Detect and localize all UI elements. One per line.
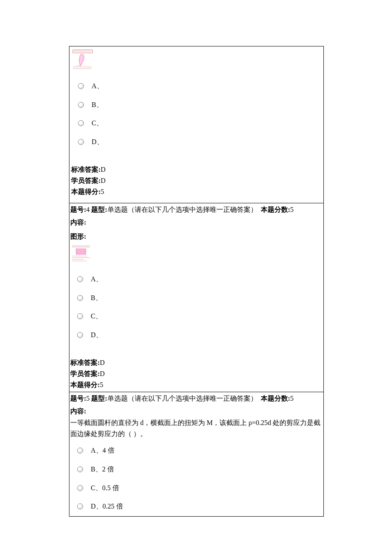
question-3-body: A、 B、 C、 D、 标准答案:D 学员答案:D 本题得分:5	[69, 46, 323, 203]
option-c-label: C、0.5 倍	[91, 483, 323, 494]
option-a[interactable]: A、4 倍	[77, 445, 323, 456]
student-answer-value: D	[100, 370, 105, 377]
radio-icon	[77, 485, 83, 491]
option-b[interactable]: B、	[78, 99, 322, 110]
q5-points-label: 本题分数:	[261, 395, 290, 402]
student-answer-label: 学员答案:	[70, 370, 100, 377]
option-d[interactable]: D、	[78, 136, 322, 147]
option-c[interactable]: C、0.5 倍	[77, 483, 323, 494]
option-d[interactable]: D、0.25 倍	[77, 501, 323, 512]
question-3-options: A、 B、 C、 D、	[70, 74, 323, 156]
radio-icon	[78, 120, 84, 126]
q5-type-label: 题型:	[91, 395, 107, 402]
score-label: 本题得分:	[70, 381, 100, 388]
q5-points: 5	[290, 395, 294, 402]
figure-small-diagram-icon	[72, 49, 93, 70]
radio-icon	[78, 102, 84, 108]
question-3-answers: 标准答案:D 学员答案:D 本题得分:5	[70, 156, 323, 199]
option-d-label: D、	[91, 330, 323, 341]
std-answer-label: 标准答案:	[70, 359, 100, 366]
radio-icon	[77, 448, 83, 454]
option-b-label: B、	[91, 292, 323, 304]
q4-points: 5	[290, 206, 294, 213]
option-b-label: B、	[92, 99, 322, 110]
option-d-label: D、0.25 倍	[91, 501, 323, 512]
option-b[interactable]: B、2 倍	[77, 464, 323, 475]
radio-icon	[78, 139, 84, 145]
score-label: 本题得分:	[71, 188, 101, 195]
option-a[interactable]: A、	[78, 81, 322, 92]
q5-num-label: 题号:	[70, 395, 86, 402]
radio-icon	[78, 83, 84, 89]
question-3-figure	[70, 48, 323, 74]
option-b[interactable]: B、	[77, 292, 323, 304]
q4-content-label: 内容:	[70, 219, 86, 226]
radio-icon	[77, 503, 83, 509]
q4-num-label: 题号:	[70, 206, 86, 213]
score-value: 5	[100, 381, 103, 388]
svg-rect-0	[73, 50, 92, 53]
option-c[interactable]: C、	[78, 118, 322, 129]
q4-points-label: 本题分数:	[261, 206, 290, 213]
question-4-answers: 标准答案:D 学员答案:D 本题得分:5	[69, 349, 323, 392]
q4-type: 单选题（请在以下几个选项中选择唯一正确答案）	[107, 206, 257, 213]
radio-icon	[77, 332, 83, 338]
option-a[interactable]: A、	[77, 274, 323, 285]
score-value: 5	[101, 188, 104, 195]
option-a-label: A、4 倍	[91, 445, 323, 456]
question-5-header: 题号:5 题型:单选题（请在以下几个选项中选择唯一正确答案） 本题分数:5	[69, 392, 323, 405]
std-answer-value: D	[101, 166, 106, 173]
option-b-label: B、2 倍	[91, 464, 323, 475]
q4-type-label: 题型:	[91, 206, 107, 213]
q5-content-label: 内容:	[70, 408, 86, 415]
option-d[interactable]: D、	[77, 330, 323, 341]
q4-figure-label: 图形:	[69, 231, 323, 243]
quiz-table: A、 B、 C、 D、 标准答案:D 学员答案:D 本题得分:5	[69, 46, 324, 517]
question-5-options: A、4 倍 B、2 倍 C、0.5 倍 D、0.25 倍	[69, 442, 323, 516]
option-c-label: C、	[91, 311, 323, 322]
radio-icon	[77, 313, 83, 319]
option-c-label: C、	[92, 118, 322, 129]
question-4-figure	[69, 243, 323, 267]
question-4-header: 题号:4 题型:单选题（请在以下几个选项中选择唯一正确答案） 本题分数:5	[69, 203, 323, 216]
std-answer-value: D	[100, 359, 105, 366]
student-answer-value: D	[101, 177, 106, 184]
option-a-label: A、	[91, 274, 323, 285]
q4-num: 4	[86, 206, 89, 213]
student-answer-label: 学员答案:	[71, 177, 101, 184]
question-4-options: A、 B、 C、 D、	[69, 267, 323, 349]
std-answer-label: 标准答案:	[71, 166, 101, 173]
radio-icon	[77, 276, 83, 282]
option-c[interactable]: C、	[77, 311, 323, 322]
option-d-label: D、	[92, 136, 322, 147]
q5-type: 单选题（请在以下几个选项中选择唯一正确答案）	[107, 395, 257, 402]
q5-content: 一等截面圆杆的直径为 d，横截面上的扭矩为 M，该截面上 ρ=0.25d 处的剪…	[69, 417, 323, 442]
radio-icon	[77, 466, 83, 472]
figure-small-diagram-icon	[71, 244, 92, 263]
radio-icon	[77, 295, 83, 301]
q5-num: 5	[86, 395, 89, 402]
option-a-label: A、	[92, 81, 322, 92]
